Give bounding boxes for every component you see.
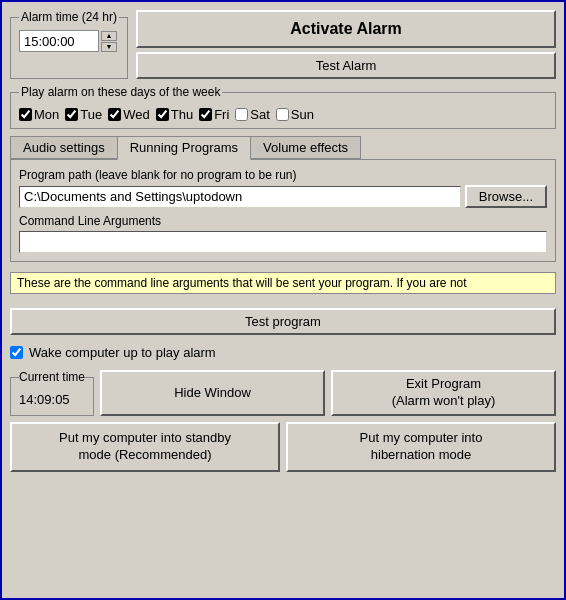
- current-time-legend: Current time: [19, 370, 85, 384]
- exit-program-line2: (Alarm won't play): [392, 393, 496, 408]
- day-checkbox-tue[interactable]: [65, 108, 78, 121]
- activate-alarm-button[interactable]: Activate Alarm: [136, 10, 556, 48]
- spinner-up-button[interactable]: ▲: [101, 31, 117, 41]
- alarm-time-spinner: ▲ ▼: [101, 31, 117, 52]
- day-item-fri: Fri: [199, 107, 229, 122]
- alarm-time-legend: Alarm time (24 hr): [19, 10, 119, 24]
- hibernate-button[interactable]: Put my computer into hibernation mode: [286, 422, 556, 472]
- wake-label[interactable]: Wake computer up to play alarm: [29, 345, 216, 360]
- alarm-time-input[interactable]: [19, 30, 99, 52]
- hibernate-line1: Put my computer into: [360, 430, 483, 445]
- hide-window-button[interactable]: Hide Window: [100, 370, 325, 416]
- day-checkbox-wed[interactable]: [108, 108, 121, 121]
- program-path-row: Browse...: [19, 185, 547, 208]
- program-path-label: Program path (leave blank for no program…: [19, 168, 547, 182]
- spinner-down-button[interactable]: ▼: [101, 42, 117, 52]
- day-checkbox-fri[interactable]: [199, 108, 212, 121]
- day-label-fri[interactable]: Fri: [214, 107, 229, 122]
- day-item-mon: Mon: [19, 107, 59, 122]
- cmd-args-label: Command Line Arguments: [19, 214, 547, 228]
- tab-content: Program path (leave blank for no program…: [10, 159, 556, 262]
- tab-running-programs[interactable]: Running Programs: [117, 136, 251, 160]
- test-program-button[interactable]: Test program: [10, 308, 556, 335]
- day-item-tue: Tue: [65, 107, 102, 122]
- alarm-time-input-row: ▲ ▼: [19, 30, 119, 52]
- day-checkbox-sun[interactable]: [276, 108, 289, 121]
- day-item-thu: Thu: [156, 107, 193, 122]
- wake-checkbox[interactable]: [10, 346, 23, 359]
- top-row: Alarm time (24 hr) ▲ ▼ Activate Alarm Te…: [10, 10, 556, 79]
- main-window: Alarm time (24 hr) ▲ ▼ Activate Alarm Te…: [0, 0, 566, 600]
- current-time-value: 14:09:05: [19, 392, 85, 407]
- days-row: Mon Tue Wed Thu Fri Sat: [19, 107, 547, 122]
- day-item-wed: Wed: [108, 107, 150, 122]
- day-item-sun: Sun: [276, 107, 314, 122]
- day-checkbox-sat[interactable]: [235, 108, 248, 121]
- hint-text-box: These are the command line arguments tha…: [10, 272, 556, 294]
- browse-button[interactable]: Browse...: [465, 185, 547, 208]
- very-bottom-row: Put my computer into standby mode (Recom…: [10, 422, 556, 472]
- right-col: Activate Alarm Test Alarm: [136, 10, 556, 79]
- wake-row: Wake computer up to play alarm: [10, 341, 556, 364]
- bottom-row: Current time 14:09:05 Hide Window Exit P…: [10, 370, 556, 416]
- exit-program-line1: Exit Program: [406, 376, 481, 391]
- day-item-sat: Sat: [235, 107, 270, 122]
- tab-bar: Audio settings Running Programs Volume e…: [10, 135, 556, 159]
- day-label-mon[interactable]: Mon: [34, 107, 59, 122]
- alarm-time-fieldset: Alarm time (24 hr) ▲ ▼: [10, 10, 128, 79]
- day-label-wed[interactable]: Wed: [123, 107, 150, 122]
- hibernate-line2: hibernation mode: [371, 447, 471, 462]
- test-alarm-button[interactable]: Test Alarm: [136, 52, 556, 79]
- day-checkbox-thu[interactable]: [156, 108, 169, 121]
- day-label-tue[interactable]: Tue: [80, 107, 102, 122]
- day-label-sun[interactable]: Sun: [291, 107, 314, 122]
- day-checkbox-mon[interactable]: [19, 108, 32, 121]
- tabs-container: Audio settings Running Programs Volume e…: [10, 135, 556, 262]
- day-label-sat[interactable]: Sat: [250, 107, 270, 122]
- current-time-fieldset: Current time 14:09:05: [10, 370, 94, 416]
- standby-button[interactable]: Put my computer into standby mode (Recom…: [10, 422, 280, 472]
- tab-audio-settings[interactable]: Audio settings: [10, 136, 118, 159]
- tab-volume-effects[interactable]: Volume effects: [250, 136, 361, 159]
- standby-line2: mode (Recommended): [79, 447, 212, 462]
- cmd-args-input[interactable]: [19, 231, 547, 253]
- program-path-input[interactable]: [19, 186, 461, 208]
- day-label-thu[interactable]: Thu: [171, 107, 193, 122]
- days-legend: Play alarm on these days of the week: [19, 85, 222, 99]
- exit-program-button[interactable]: Exit Program (Alarm won't play): [331, 370, 556, 416]
- days-fieldset: Play alarm on these days of the week Mon…: [10, 85, 556, 129]
- standby-line1: Put my computer into standby: [59, 430, 231, 445]
